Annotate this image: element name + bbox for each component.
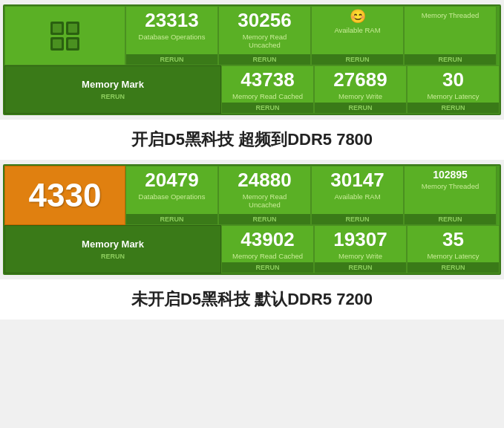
memory-mark-rerun[interactable]: RERUN <box>101 93 125 100</box>
metric-name: Memory Read Cached <box>232 92 303 100</box>
separator1: 开启D5黑科技 超频到DDR5 7800 <box>0 120 504 160</box>
metric-name: Memory Latency <box>427 252 479 260</box>
rerun-button[interactable]: RERUN <box>126 54 217 65</box>
metric-value: 35 <box>442 229 464 250</box>
metric-value: 23313 <box>145 10 198 31</box>
metric-name: Memory Threaded <box>422 11 479 19</box>
metric-db-ops-1: 23313 Database Operations RERUN <box>125 6 218 65</box>
panel1-bottom-metrics: 43738 Memory Read Cached RERUN 27689 Mem… <box>221 65 500 114</box>
metric-value: 30256 <box>238 10 291 31</box>
rerun-button[interactable]: RERUN <box>126 214 217 224</box>
metric-latency-2: 35 Memory Latency RERUN <box>407 225 500 273</box>
rerun-button[interactable]: RERUN <box>312 214 403 224</box>
rerun-button[interactable]: RERUN <box>405 214 496 224</box>
rerun-button[interactable]: RERUN <box>219 54 310 65</box>
metric-name: Memory Read Cached <box>232 252 303 260</box>
panel2-top-metrics: 20479 Database Operations RERUN 24880 Me… <box>125 166 497 225</box>
metric-mem-write-1: 27689 Memory Write RERUN <box>314 65 407 114</box>
metric-value: 😊 <box>350 10 366 25</box>
metric-value: 19307 <box>333 229 387 250</box>
metric-value: 43738 <box>240 69 294 91</box>
rerun-button[interactable]: RERUN <box>315 103 406 113</box>
panel2: 4330 20479 Database Operations RERUN 248… <box>3 164 501 275</box>
panel1: 23313 Database Operations RERUN 30256 Me… <box>3 4 501 115</box>
metric-value: 27689 <box>333 69 387 91</box>
metric-name: Database Operations <box>139 192 206 201</box>
metric-mem-threaded-2: 102895 Memory Threaded RERUN <box>404 166 497 225</box>
memory-mark-rerun[interactable]: RERUN <box>101 253 125 260</box>
separator1-text: 开启D5黑科技 超频到DDR5 7800 <box>131 130 373 149</box>
metric-latency-1: 30 Memory Latency RERUN <box>407 65 500 114</box>
metric-db-ops-2: 20479 Database Operations RERUN <box>125 166 218 225</box>
metric-name: Memory ReadUncached <box>243 33 287 50</box>
metric-mem-write-2: 19307 Memory Write RERUN <box>314 225 407 273</box>
metric-value: 30147 <box>330 169 384 191</box>
rerun-button[interactable]: RERUN <box>219 214 310 224</box>
memory-mark-label: Memory Mark <box>82 239 144 250</box>
panel1-top-metrics: 23313 Database Operations RERUN 30256 Me… <box>125 6 497 65</box>
panel2-left: 4330 <box>4 166 125 225</box>
metric-value: 20479 <box>145 169 198 191</box>
metric-value: 24880 <box>238 169 291 191</box>
metric-avail-ram-2: 30147 Available RAM RERUN <box>311 166 404 225</box>
metric-name: Memory ReadUncached <box>243 192 287 210</box>
rerun-button[interactable]: RERUN <box>405 54 496 65</box>
metric-name: Memory Write <box>338 252 382 260</box>
chip-icon <box>50 22 79 51</box>
rerun-button[interactable]: RERUN <box>312 54 403 65</box>
separator2: 未开启D5黑科技 默认DDR5 7200 <box>0 279 504 320</box>
metric-read-cached-1: 43738 Memory Read Cached RERUN <box>221 65 314 114</box>
metric-read-cached-2: 43902 Memory Read Cached RERUN <box>221 225 314 273</box>
separator2-text: 未开启D5黑科技 默认DDR5 7200 <box>131 290 373 308</box>
rerun-button[interactable]: RERUN <box>222 262 313 273</box>
rerun-button[interactable]: RERUN <box>408 262 499 273</box>
panel2-score-box: 4330 <box>4 166 125 225</box>
metric-value: 43902 <box>240 229 294 250</box>
panel1-icon-area <box>4 6 125 65</box>
panel2-score: 4330 <box>29 177 102 214</box>
metric-mem-threaded-1: Memory Threaded RERUN <box>404 6 497 65</box>
rerun-button[interactable]: RERUN <box>408 103 499 113</box>
metric-mem-read-uncached-1: 30256 Memory ReadUncached RERUN <box>218 6 311 65</box>
metric-value: 102895 <box>433 169 468 181</box>
panel2-bottom-metrics: 43902 Memory Read Cached RERUN 19307 Mem… <box>221 225 500 273</box>
metric-name: Memory Write <box>338 92 382 100</box>
metric-name: Memory Latency <box>427 92 479 100</box>
metric-name: Database Operations <box>139 33 206 41</box>
rerun-button[interactable]: RERUN <box>222 103 313 113</box>
metric-name: Available RAM <box>334 192 380 201</box>
metric-mem-read-uncached-2: 24880 Memory ReadUncached RERUN <box>218 166 311 225</box>
metric-name: Available RAM <box>334 26 380 34</box>
metric-name: Memory Threaded <box>422 182 479 190</box>
panel1-memory-mark: Memory Mark RERUN <box>4 65 221 114</box>
panel2-memory-mark: Memory Mark RERUN <box>4 225 221 273</box>
rerun-button[interactable]: RERUN <box>315 262 406 273</box>
memory-mark-label: Memory Mark <box>82 79 144 90</box>
panel1-left <box>4 6 125 65</box>
metric-avail-ram-1: 😊 Available RAM RERUN <box>311 6 404 65</box>
metric-value: 30 <box>442 69 464 91</box>
